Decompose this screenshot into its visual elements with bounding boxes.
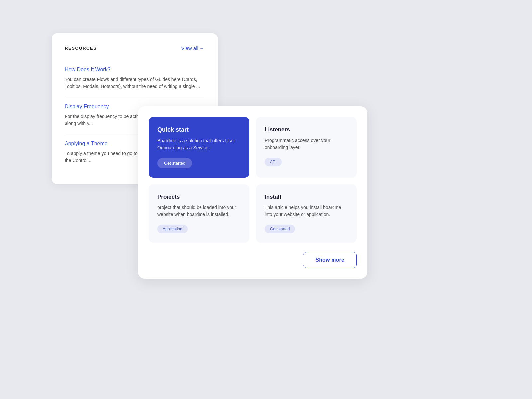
resources-title: RESOURCES	[65, 46, 97, 51]
quickstart-title: Quick start	[157, 126, 241, 133]
install-title: Install	[265, 194, 348, 200]
show-more-button[interactable]: Show more	[303, 252, 357, 268]
resource-item-1: How Does It Work? You can create Flows a…	[65, 60, 204, 97]
cards-grid: Quick start Boardme is a solution that o…	[149, 117, 357, 243]
view-all-link[interactable]: View all →	[181, 45, 204, 51]
listeners-tag[interactable]: API	[265, 158, 282, 166]
resources-header: RESOURCES View all →	[65, 45, 204, 51]
quickstart-get-started-button[interactable]: Get started	[157, 158, 192, 168]
projects-title: Projects	[157, 194, 241, 200]
projects-desc: project that should be loaded into your …	[157, 204, 241, 218]
resource-item-desc-1: You can create Flows and different types…	[65, 76, 204, 90]
install-card: Install This article helps you install b…	[256, 184, 357, 243]
show-more-row: Show more	[149, 252, 357, 268]
listeners-title: Listeners	[265, 126, 348, 133]
quickstart-desc: Boardme is a solution that offers User O…	[157, 137, 241, 151]
listeners-desc: Programmatic access over your onboarding…	[265, 137, 348, 151]
resource-item-title-1[interactable]: How Does It Work?	[65, 67, 204, 73]
install-desc: This article helps you install boardme i…	[265, 204, 348, 218]
main-card: Quick start Boardme is a solution that o…	[138, 106, 367, 279]
projects-card: Projects project that should be loaded i…	[149, 184, 249, 243]
listeners-card: Listeners Programmatic access over your …	[256, 117, 357, 178]
projects-tag[interactable]: Application	[157, 225, 188, 233]
quickstart-card: Quick start Boardme is a solution that o…	[149, 117, 249, 178]
install-tag[interactable]: Get started	[265, 225, 295, 233]
